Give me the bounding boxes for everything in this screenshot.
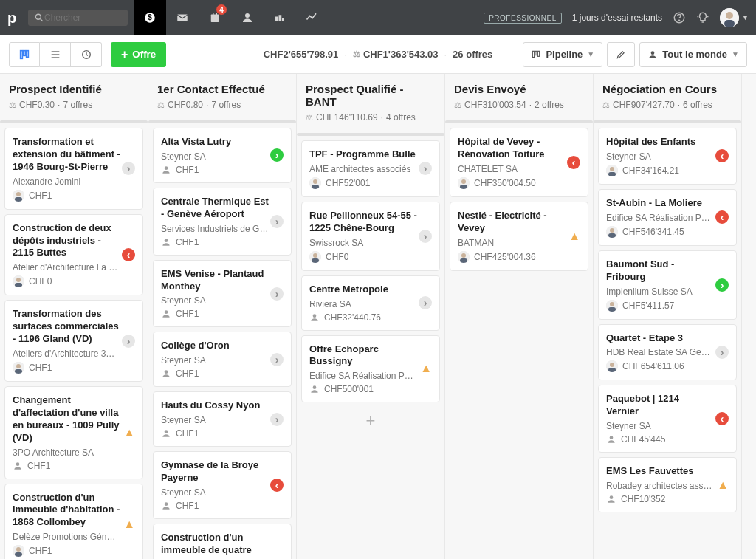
svg-rect-9	[275, 17, 278, 21]
svg-point-64	[461, 253, 466, 258]
deal-card[interactable]: Collège d'Oron Steyner SA CHF1	[153, 332, 292, 387]
user-menu[interactable]: ▼	[720, 8, 749, 27]
status-next-icon[interactable]	[270, 287, 284, 301]
add-offer-button[interactable]: +Offre	[111, 42, 166, 67]
tips-icon[interactable]	[696, 11, 709, 24]
svg-rect-27	[533, 51, 535, 57]
trial-text: 1 jours d'essai restants	[572, 13, 662, 23]
deal-value: CHF52'001	[326, 178, 370, 188]
view-forecast-button[interactable]	[71, 42, 102, 67]
status-next-icon[interactable]	[419, 296, 432, 309]
svg-point-45	[165, 166, 168, 170]
deal-org: CHATELET SA	[458, 164, 580, 174]
deal-org: Edifice SA Réalisation Pully	[309, 371, 432, 381]
svg-point-48	[165, 371, 168, 374]
deal-value: CHF1	[176, 237, 199, 247]
status-next-icon[interactable]	[715, 346, 729, 359]
deal-meta: CHF1	[13, 362, 135, 374]
status-next-icon[interactable]	[122, 162, 135, 175]
nav-products-icon[interactable]	[264, 0, 296, 35]
svg-rect-7	[216, 13, 218, 16]
deal-card[interactable]: Paquebot | 1214 Vernier Steyner SA CHF45…	[598, 385, 737, 453]
deal-card[interactable]: St-Aubin - La Moliere Edifice SA Réalisa…	[598, 189, 737, 246]
deal-org: 3PO Architecture SA	[13, 447, 135, 458]
help-icon[interactable]	[673, 11, 686, 24]
status-next-icon[interactable]	[270, 215, 284, 228]
svg-rect-11	[282, 18, 284, 21]
edit-pipeline-button[interactable]	[607, 42, 635, 67]
status-overdue-icon[interactable]	[270, 479, 284, 492]
deal-card[interactable]: Transformation et extension du bâtiment …	[4, 128, 143, 210]
deal-title: Transformation des surfaces commerciales…	[13, 308, 135, 346]
status-overdue-icon[interactable]	[122, 248, 135, 261]
user-avatar	[720, 8, 739, 27]
nav-stats-icon[interactable]	[296, 0, 329, 35]
nav-deals-icon[interactable]: $	[134, 0, 166, 35]
svg-rect-20	[21, 50, 23, 58]
svg-rect-10	[279, 15, 282, 21]
deal-card[interactable]: Construction de deux dépôts industriels …	[4, 214, 143, 296]
search-input[interactable]	[44, 13, 111, 23]
svg-point-18	[726, 12, 733, 19]
status-next-icon[interactable]	[270, 353, 284, 366]
svg-rect-71	[608, 233, 616, 238]
deal-card[interactable]: Hôpital de Vevey - Rénovation Toiture CH…	[450, 128, 588, 197]
deal-card[interactable]: Hôpital des Enfants Steyner SA CHF34'164…	[598, 128, 737, 185]
deal-card[interactable]: Offre Echoparc Bussigny Edifice SA Réali…	[301, 335, 440, 403]
deal-card[interactable]: Quartet - Etape 3 HDB Real Estate SA Gen…	[598, 324, 737, 381]
nav-contacts-icon[interactable]	[231, 0, 264, 35]
caret-down-icon: ▼	[742, 14, 749, 21]
column-track	[0, 120, 148, 123]
status-overdue-icon[interactable]	[715, 210, 729, 224]
pipeline-column: 1er Contact Effectué ⚖CHF0.80·7 offres A…	[148, 74, 297, 559]
status-overdue-icon[interactable]	[715, 412, 729, 425]
deal-card[interactable]: Centrale Thermique Est - Genève Aéroport…	[153, 188, 292, 256]
nav-mail-icon[interactable]	[166, 0, 199, 35]
deal-meta: CHF32'440.76	[309, 312, 432, 323]
status-next-icon[interactable]	[270, 413, 284, 426]
deal-org: Steyner SA	[161, 151, 284, 162]
deal-value: CHF32'440.76	[324, 312, 381, 323]
deal-card[interactable]: TPF - Programme Bulle AME architectes as…	[301, 140, 440, 197]
status-overdue-icon[interactable]	[567, 156, 580, 169]
status-won-icon[interactable]	[270, 148, 284, 162]
status-next-icon[interactable]	[419, 230, 432, 243]
deal-card[interactable]: Centre Metropole Riviera SA CHF32'440.76	[301, 275, 440, 331]
svg-point-32	[16, 192, 21, 196]
deal-card[interactable]: Construction d'un immeuble d'habitation …	[4, 484, 143, 559]
deal-card[interactable]: EMS Les Fauvettes Robadey architectes as…	[598, 457, 737, 512]
search-wrap[interactable]	[28, 10, 128, 26]
deal-card[interactable]: Hauts du Cossy Nyon Steyner SA CHF1	[153, 391, 292, 447]
svg-point-47	[165, 311, 168, 315]
pipeline-dropdown[interactable]: Pipeline▼	[523, 42, 602, 67]
deal-card[interactable]: Changement d'affectation d'une villa en …	[4, 386, 143, 479]
activities-badge: 4	[216, 4, 227, 15]
add-card-button[interactable]: +	[301, 407, 440, 435]
deal-meta: CHF1	[161, 368, 284, 379]
status-next-icon[interactable]	[122, 335, 135, 348]
app-logo[interactable]: p	[7, 10, 28, 27]
deal-card[interactable]: Nestlé - Electricité - Vevey BATMAN CHF4…	[450, 202, 588, 271]
status-warning-icon: ▲	[123, 518, 135, 531]
deal-card[interactable]: EMS Venise - Plantaud Monthey Steyner SA…	[153, 260, 292, 328]
deal-card[interactable]: Gymnase de la Broye Payerne Steyner SA C…	[153, 451, 292, 519]
svg-point-40	[16, 462, 20, 466]
owner-filter-dropdown[interactable]: Tout le monde▼	[639, 42, 747, 67]
view-list-button[interactable]	[40, 42, 71, 67]
status-won-icon[interactable]	[715, 278, 729, 292]
deal-value: CHF350'004.50	[474, 178, 536, 188]
deal-meta: CHF10'352	[606, 494, 729, 504]
deal-card[interactable]: Rue Peillonneux 54-55 - 1225 Chêne-Bourg…	[301, 202, 440, 271]
svg-point-0	[35, 14, 41, 19]
deal-card[interactable]: Alta Vista Lutry Steyner SA CHF1	[153, 128, 292, 183]
deal-title: Nestlé - Electricité - Vevey	[458, 210, 580, 235]
deal-card[interactable]: Transformation des surfaces commerciales…	[4, 300, 143, 382]
nav-activities-icon[interactable]: 4	[199, 0, 231, 35]
deal-meta: CHF1	[161, 309, 284, 319]
deal-card[interactable]: Construction d'un immeuble de quatre log…	[153, 524, 292, 559]
deal-card[interactable]: Baumont Sud - Fribourg Impleniium Suisse…	[598, 250, 737, 320]
status-overdue-icon[interactable]	[715, 149, 729, 162]
toolbar-summary: CHF2'655'798.91 · ⚖CHF1'363'543.03 · 26 …	[264, 49, 493, 60]
status-next-icon[interactable]	[419, 162, 432, 175]
view-pipeline-button[interactable]	[9, 42, 40, 67]
